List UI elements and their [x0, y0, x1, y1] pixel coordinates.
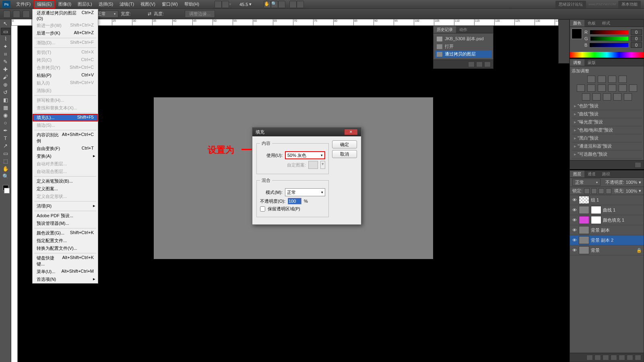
link-icon[interactable]: [586, 355, 593, 360]
tab-actions[interactable]: 动作: [456, 26, 471, 33]
history-new-icon[interactable]: [468, 62, 475, 67]
refine-edge-button[interactable]: 调整边缘...: [185, 10, 215, 18]
preset-hue[interactable]: "色相/饱和度"预设: [572, 126, 642, 134]
move-tool[interactable]: ↖: [1, 20, 10, 27]
menu-item[interactable]: 颜色设置(G)...Shift+Ctrl+K: [33, 229, 98, 237]
menu-filter[interactable]: 滤镜(T): [116, 0, 137, 8]
g-slider[interactable]: [590, 37, 628, 41]
preserve-checkbox[interactable]: [260, 206, 265, 212]
menu-view[interactable]: 视图(V): [137, 0, 159, 8]
lock-pixel-icon[interactable]: [591, 188, 597, 194]
screen-icon[interactable]: [297, 1, 304, 8]
menu-image[interactable]: 图像(I): [55, 0, 74, 8]
b-slider[interactable]: [590, 43, 628, 47]
adj-invert-icon[interactable]: [582, 93, 590, 101]
menu-select[interactable]: 选择(S): [95, 0, 117, 8]
sel-rect-icon[interactable]: [13, 10, 20, 18]
visibility-icon[interactable]: 👁: [572, 238, 577, 243]
wand-tool[interactable]: ✦: [1, 43, 10, 50]
lasso-tool[interactable]: ⌇: [1, 35, 10, 43]
preset-exposure[interactable]: "曝光度"预设: [572, 118, 642, 126]
hand-tool[interactable]: ✋: [1, 165, 10, 173]
path-tool[interactable]: ↗: [1, 142, 10, 150]
heal-tool[interactable]: ✚: [1, 66, 10, 73]
opacity-input[interactable]: [288, 198, 301, 204]
lock-trans-icon[interactable]: [584, 188, 590, 194]
layer-row[interactable]: 👁颜色填充 1: [570, 215, 644, 225]
visibility-icon[interactable]: 👁: [572, 218, 577, 222]
tab-channels[interactable]: 通道: [584, 171, 599, 177]
menu-item[interactable]: 指定配置文件...: [33, 237, 98, 245]
menu-item[interactable]: 首选项(N): [33, 276, 98, 283]
tab-history[interactable]: 历史记录: [433, 26, 456, 33]
crop-tool[interactable]: ⌗: [1, 51, 10, 58]
zoom-icon[interactable]: 🔍: [271, 1, 278, 8]
r-slider[interactable]: [590, 30, 628, 34]
adj-curves-icon[interactable]: [608, 76, 616, 83]
gradient-tool[interactable]: ▦: [1, 104, 10, 111]
adj-hue-icon[interactable]: [587, 84, 595, 92]
tab-mask[interactable]: 蒙版: [584, 59, 599, 66]
collapsed-panel-strip[interactable]: [558, 19, 570, 64]
menu-item[interactable]: 预设管理器(M)...: [33, 220, 98, 227]
rotate-icon[interactable]: [278, 1, 285, 8]
marquee-tool[interactable]: ▭: [1, 28, 10, 35]
color-swatch[interactable]: [572, 29, 582, 39]
adj-poster-icon[interactable]: [592, 93, 601, 101]
adj-levels-icon[interactable]: [598, 76, 606, 83]
preset-mixer[interactable]: "通道混和器"预设: [572, 142, 642, 150]
menu-item[interactable]: 变换(A): [33, 152, 98, 160]
menu-item[interactable]: 还原通过拷贝的图层(O)Ctrl+Z: [33, 9, 98, 22]
use-select[interactable]: 50% 灰色: [285, 151, 325, 159]
launch-bridge-icon[interactable]: [215, 1, 222, 8]
group-icon[interactable]: [619, 355, 625, 360]
ok-button[interactable]: 确定: [332, 140, 357, 148]
lock-pos-icon[interactable]: [599, 188, 604, 194]
shape-tool[interactable]: ▭: [1, 150, 10, 157]
menu-item[interactable]: 定义图案...: [33, 185, 98, 193]
visibility-icon[interactable]: 👁: [572, 228, 577, 232]
adj-bw-icon[interactable]: [608, 84, 616, 92]
preset-bw[interactable]: "黑白"预设: [572, 134, 642, 142]
menu-item[interactable]: 内容识别比例Alt+Shift+Ctrl+C: [33, 131, 98, 145]
menu-item[interactable]: Adobe PDF 预设...: [33, 212, 98, 220]
trash-icon[interactable]: [635, 355, 641, 360]
background-swatch[interactable]: [4, 188, 10, 193]
visibility-icon[interactable]: 👁: [572, 208, 577, 212]
menu-layer[interactable]: 图层(L): [74, 0, 95, 8]
tab-adjust[interactable]: 调整: [570, 59, 584, 66]
type-tool[interactable]: T: [1, 135, 10, 142]
adj-brightness-icon[interactable]: [587, 76, 595, 83]
adj-vibrance-icon[interactable]: [577, 84, 585, 92]
g-value[interactable]: 0: [631, 36, 642, 41]
tab-layers[interactable]: 图层: [570, 171, 584, 177]
menu-item[interactable]: 后退一步(K)Alt+Ctrl+Z: [33, 29, 98, 37]
adj-balance-icon[interactable]: [598, 84, 606, 92]
lock-all-icon[interactable]: [606, 188, 611, 194]
3d-tool[interactable]: ⬚: [1, 158, 10, 165]
menu-file[interactable]: 文件(F): [13, 0, 34, 8]
cancel-button[interactable]: 取消: [332, 150, 357, 158]
visibility-icon[interactable]: 👁: [572, 248, 577, 253]
menu-item[interactable]: 键盘快捷键...Alt+Shift+Ctrl+K: [33, 254, 98, 268]
adj-footer-icon[interactable]: [635, 162, 641, 168]
r-value[interactable]: 0: [631, 29, 642, 35]
adj-selcolor-icon[interactable]: [624, 93, 632, 101]
history-brush-tool[interactable]: ↺: [1, 89, 10, 96]
tool-preset-icon[interactable]: [3, 10, 10, 18]
adj-exposure-icon[interactable]: [619, 76, 627, 83]
arrange-icon[interactable]: [289, 1, 297, 8]
menu-item[interactable]: 自由变换(F)Ctrl+T: [33, 145, 98, 152]
layer-fill[interactable]: 100%: [626, 189, 637, 193]
pen-tool[interactable]: ✒: [1, 127, 10, 134]
history-snap-icon[interactable]: [476, 62, 483, 67]
menu-item[interactable]: 清理(R): [33, 202, 98, 210]
visibility-icon[interactable]: 👁: [572, 197, 577, 202]
layer-row[interactable]: 👁背景🔒: [570, 245, 644, 255]
b-value[interactable]: 0: [631, 42, 642, 48]
screen-mode-icon[interactable]: [222, 1, 229, 8]
menu-item[interactable]: 转换为配置文件(V)...: [33, 245, 98, 252]
hand-icon[interactable]: ✋: [264, 1, 271, 8]
layer-blend-select[interactable]: 正常: [572, 179, 601, 186]
preset-levels[interactable]: "色阶"预设: [572, 102, 642, 110]
